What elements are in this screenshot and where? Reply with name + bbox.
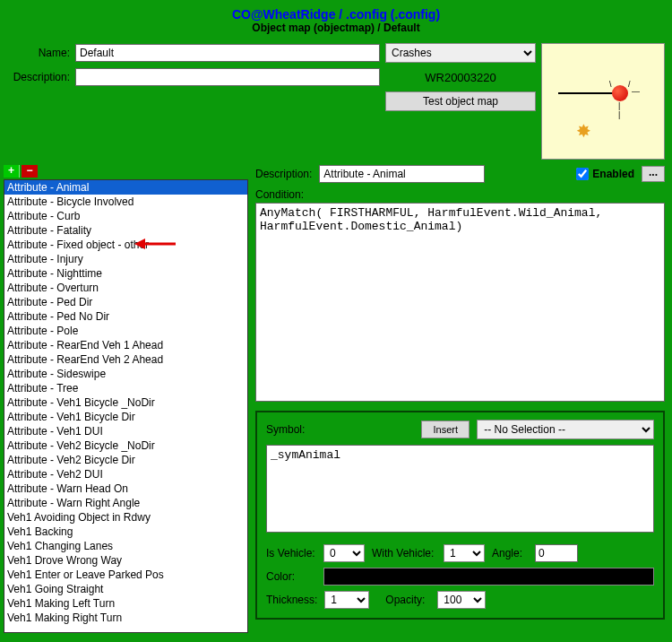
list-item[interactable]: Veh1 Avoiding Object in Rdwy (4, 510, 247, 525)
insert-button[interactable]: Insert (421, 421, 470, 438)
condition-textarea[interactable]: AnyMatch( FIRSTHARMFUL, HarmfulEvent.Wil… (255, 203, 665, 402)
list-item[interactable]: Attribute - RearEnd Veh 1 Ahead (4, 338, 247, 352)
angle-input[interactable] (535, 544, 578, 562)
list-item[interactable]: Attribute - Veh1 Bicycle _NoDir (4, 395, 247, 410)
test-object-map-button[interactable]: Test object map (385, 91, 536, 111)
list-item[interactable]: Veh1 Going Straight (4, 582, 247, 596)
list-item[interactable]: Attribute - Pole (4, 324, 247, 338)
list-item[interactable]: Attribute - RearEnd Veh 2 Ahead (4, 352, 247, 367)
crash-dot-icon (612, 85, 628, 101)
add-icon[interactable]: + (4, 165, 20, 178)
condition-label: Condition: (255, 188, 665, 201)
list-item[interactable]: Attribute - Fatality (4, 223, 247, 238)
isvehicle-label: Is Vehicle: (266, 547, 316, 560)
list-item[interactable]: Attribute - Ped No Dir (4, 309, 247, 324)
color-select[interactable] (323, 568, 654, 586)
thickness-label: Thickness: (266, 594, 317, 606)
enabled-label: Enabled (592, 168, 634, 180)
list-item[interactable]: Veh1 Making Right Turn (4, 611, 247, 625)
list-item[interactable]: Veh1 Drove Wrong Way (4, 553, 247, 568)
isvehicle-select[interactable]: 0 (323, 544, 365, 562)
list-item[interactable]: Attribute - Bicycle Involved (4, 195, 247, 209)
list-item[interactable]: Veh1 Backing (4, 525, 247, 539)
list-item[interactable]: Attribute - Injury (4, 252, 247, 266)
list-item[interactable]: Attribute - Veh2 Bicycle Dir (4, 453, 247, 467)
burst-icon: ✸ (576, 120, 591, 142)
list-item[interactable]: Attribute - Curb (4, 209, 247, 223)
list-item[interactable]: Attribute - Veh2 DUI (4, 467, 247, 482)
list-item[interactable]: Attribute - Sideswipe (4, 367, 247, 381)
list-item[interactable]: Attribute - Ped Dir (4, 295, 247, 309)
list-item[interactable]: Attribute - Warn Right Angle (4, 496, 247, 510)
list-item[interactable]: Attribute - Tree (4, 381, 247, 395)
list-item[interactable]: Attribute - Overturn (4, 281, 247, 295)
withvehicle-select[interactable]: 1 (444, 544, 485, 562)
description-input[interactable] (75, 68, 380, 86)
header-title: CO@WheatRidge / .config (.config) (0, 7, 672, 22)
enabled-checkbox[interactable] (576, 168, 589, 180)
opacity-label: Opacity: (385, 594, 430, 606)
rp-description-label: Description: (255, 168, 312, 180)
crashes-select[interactable]: Crashes (385, 43, 536, 63)
withvehicle-label: With Vehicle: (372, 547, 436, 560)
symbol-textarea[interactable]: _symAnimal (266, 445, 654, 533)
wr-code-label: WR20003220 (385, 71, 536, 84)
list-item[interactable]: Attribute - Animal (4, 180, 247, 195)
list-item[interactable]: Attribute - Veh2 Bicycle _NoDir (4, 438, 247, 453)
name-label: Name: (7, 47, 70, 59)
list-item[interactable]: Attribute - Veh1 DUI (4, 424, 247, 438)
opacity-select[interactable]: 100 (437, 591, 486, 609)
header: CO@WheatRidge / .config (.config) Object… (0, 0, 672, 34)
attribute-list[interactable]: Attribute - AnimalAttribute - Bicycle In… (4, 179, 248, 633)
remove-icon[interactable]: − (22, 165, 38, 178)
list-item[interactable]: Attribute - Nighttime (4, 266, 247, 281)
list-item[interactable]: Veh1 Making Left Turn (4, 596, 247, 611)
preview-line-icon (558, 92, 617, 94)
preview-box: \ / | | — ✸ (541, 43, 665, 160)
more-button[interactable]: ... (642, 166, 665, 182)
description-label: Description: (7, 71, 70, 83)
list-item[interactable]: Attribute - Warn Head On (4, 482, 247, 496)
list-item[interactable]: Attribute - Fixed object - other (4, 238, 247, 252)
rp-description-input[interactable] (319, 165, 485, 183)
header-subtitle: Object map (objectmap) / Default (0, 22, 672, 34)
symbol-section: Symbol: Insert -- No Selection -- _symAn… (255, 411, 665, 620)
symbol-label: Symbol: (266, 423, 305, 436)
thickness-select[interactable]: 1 (324, 591, 369, 609)
symbol-select[interactable]: -- No Selection -- (477, 420, 654, 439)
angle-label: Angle: (492, 547, 528, 560)
name-input[interactable] (75, 44, 380, 62)
color-label: Color: (266, 570, 316, 583)
list-item[interactable]: Veh1 Enter or Leave Parked Pos (4, 568, 247, 582)
list-item[interactable]: Attribute - Veh1 Bicycle Dir (4, 410, 247, 424)
list-item[interactable]: Veh1 Changing Lanes (4, 539, 247, 553)
